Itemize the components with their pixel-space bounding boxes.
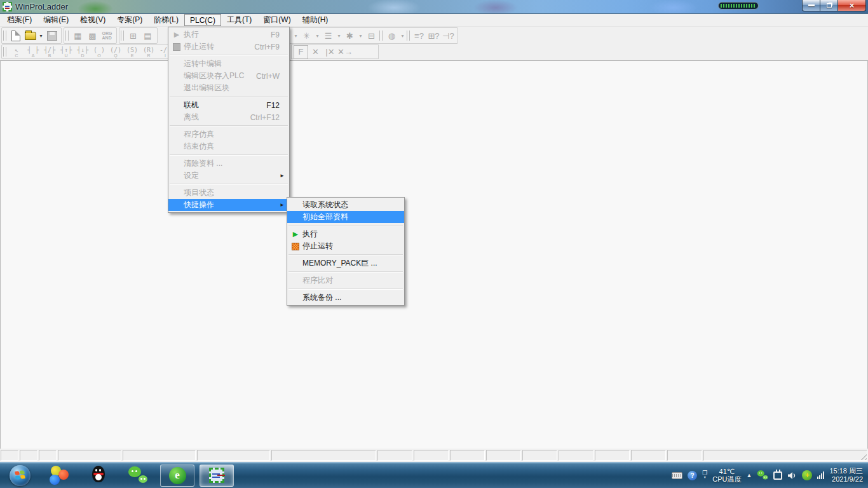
menu-item-run[interactable]: ▶ 执行 F9 bbox=[168, 29, 289, 41]
taskbar-item-qq[interactable] bbox=[79, 463, 118, 488]
menu-item-offline[interactable]: 离线Ctrl+F12 bbox=[168, 111, 289, 123]
force-coil-dropdown-icon[interactable]: ▾ bbox=[314, 33, 321, 39]
submenu-item-read-system-status[interactable]: 读取系统状态 bbox=[287, 199, 404, 211]
360-safety-tray-icon[interactable] bbox=[802, 470, 812, 480]
contact-up-icon[interactable]: ┤↑├U bbox=[58, 45, 74, 59]
save-icon[interactable] bbox=[44, 29, 59, 43]
force-coil-icon[interactable]: ✳ bbox=[299, 29, 314, 43]
menu-project[interactable]: 专案(P) bbox=[111, 14, 148, 26]
submenu-item-init-all-data[interactable]: 初始全部资料 bbox=[287, 211, 404, 223]
menu-item-simulation-end[interactable]: 结束仿真 bbox=[168, 140, 289, 152]
start-button[interactable] bbox=[0, 463, 39, 488]
open-file-icon[interactable] bbox=[23, 29, 37, 43]
wechat-icon bbox=[128, 466, 147, 484]
menu-item-runtime-edit[interactable]: 运转中编辑 bbox=[168, 58, 289, 70]
menu-item-exit-edit-block[interactable]: 退出编辑区块 bbox=[168, 82, 289, 94]
toolbar-grip[interactable] bbox=[3, 47, 6, 57]
menu-separator bbox=[170, 96, 288, 97]
network-signal-icon[interactable] bbox=[817, 471, 824, 479]
contact-down-icon[interactable]: ┤↓├D bbox=[74, 45, 91, 59]
query-network-icon[interactable]: ⊞? bbox=[426, 29, 441, 43]
open-dropdown-icon[interactable]: ▾ bbox=[37, 33, 44, 39]
force-register-dropdown-icon[interactable]: ▾ bbox=[357, 33, 364, 39]
submenu-item-program-compare[interactable]: 程序比对 bbox=[287, 274, 404, 287]
statusbar-segment bbox=[39, 450, 57, 461]
stop-icon bbox=[288, 243, 302, 250]
coil-set-icon[interactable]: (S)E bbox=[124, 45, 140, 59]
device-monitor-dropdown-icon[interactable]: ▾ bbox=[292, 33, 299, 39]
taskbar-clock[interactable]: 15:18 周三 2021/9/22 bbox=[829, 467, 863, 484]
submenu-item-memory-pack[interactable]: MEMORY_PACK巨 ... bbox=[287, 257, 404, 269]
menu-item-simulation-start[interactable]: 程序仿真 bbox=[168, 128, 289, 140]
maximize-button[interactable] bbox=[820, 0, 837, 11]
language-bar-restore-icon[interactable]: ❐▾ bbox=[702, 471, 707, 480]
menu-item-clear-data[interactable]: 清除资料 ... bbox=[168, 158, 289, 170]
org-and-icon[interactable]: ORG AND bbox=[100, 29, 114, 43]
menu-item-setting[interactable]: 设定 ► bbox=[168, 170, 289, 182]
menu-item-online[interactable]: 联机F12 bbox=[168, 99, 289, 111]
io-status-icon[interactable]: ⊞ bbox=[126, 29, 140, 43]
delete-icon[interactable]: ✕ bbox=[308, 45, 323, 59]
function-block-icon[interactable]: F bbox=[294, 45, 308, 59]
taskbar-item-sogou[interactable] bbox=[39, 463, 79, 488]
coil-out-icon[interactable]: ( )O bbox=[91, 45, 107, 59]
toolbar-grip[interactable] bbox=[3, 30, 6, 41]
contact-b-icon[interactable]: ┤/├B bbox=[41, 45, 58, 59]
close-button[interactable]: × bbox=[837, 0, 866, 11]
delete-row-icon[interactable]: |✕ bbox=[323, 45, 337, 59]
calendar-icon[interactable]: ⊟ bbox=[364, 29, 379, 43]
toolbar-divider bbox=[407, 30, 410, 41]
play-icon: ▶ bbox=[170, 30, 184, 39]
power-plug-icon[interactable] bbox=[773, 471, 782, 480]
coil-not-icon[interactable]: (/)Q bbox=[107, 45, 124, 59]
menu-tool[interactable]: 工具(T) bbox=[221, 14, 257, 26]
menu-edit[interactable]: 编辑(E) bbox=[37, 14, 74, 26]
zoom-dropdown-icon[interactable]: ▾ bbox=[399, 33, 406, 39]
statusbar-segment bbox=[197, 450, 270, 461]
minimize-button[interactable] bbox=[802, 0, 820, 11]
menu-file[interactable]: 档案(F) bbox=[1, 14, 37, 26]
data-table-dropdown-icon[interactable]: ▾ bbox=[336, 33, 342, 39]
show-hidden-icons-arrow[interactable]: ▲ bbox=[746, 472, 752, 478]
ladder-tools-group: ↖C ┤ ├A ┤/├B ┤↑├U ┤↓├D ( )O (/)Q (S)E (R… bbox=[1, 44, 193, 59]
toolbar-grip[interactable] bbox=[121, 30, 124, 41]
menu-view[interactable]: 检视(V) bbox=[74, 14, 111, 26]
menu-item-stop[interactable]: 停止运转 Ctrl+F9 bbox=[168, 41, 289, 53]
menu-item-quick-operation[interactable]: 快捷操作 ► bbox=[168, 199, 289, 211]
coil-reset-icon[interactable]: (R)R bbox=[140, 45, 157, 59]
taskbar-item-wechat[interactable] bbox=[118, 463, 158, 488]
data-table-icon[interactable]: ☰ bbox=[321, 29, 336, 43]
force-register-icon[interactable]: ✱ bbox=[342, 29, 357, 43]
submenu-item-system-backup[interactable]: 系统备份 ... bbox=[287, 292, 404, 304]
help-tray-icon[interactable]: ? bbox=[688, 471, 697, 480]
menu-help[interactable]: 辅助(H) bbox=[297, 14, 334, 26]
menubar: 档案(F) 编辑(E) 检视(V) 专案(P) 阶梯(L) PLC(C) 工具(… bbox=[0, 14, 868, 27]
wiring-grid-icon[interactable]: ▩ bbox=[85, 29, 100, 43]
select-cursor-icon[interactable]: ↖C bbox=[8, 45, 25, 59]
memory-chip-icon[interactable]: ▤ bbox=[140, 29, 155, 43]
menu-ladder[interactable]: 阶梯(L) bbox=[148, 14, 184, 26]
toolbar-grip[interactable] bbox=[65, 30, 69, 41]
taskbar-item-winproladder[interactable] bbox=[200, 464, 234, 487]
menu-item-save-block-to-plc[interactable]: 编辑区块存入PLCCtrl+W bbox=[168, 70, 289, 82]
query-status-icon[interactable]: ≡? bbox=[412, 29, 426, 43]
volume-icon[interactable] bbox=[787, 471, 797, 480]
close-icon: × bbox=[850, 1, 855, 10]
resize-grip[interactable] bbox=[858, 452, 867, 460]
menu-window[interactable]: 窗口(W) bbox=[257, 14, 296, 26]
keyboard-layout-icon[interactable] bbox=[672, 472, 682, 479]
menu-plc[interactable]: PLC(C) bbox=[184, 14, 221, 26]
ladder-view-icon[interactable]: ▦ bbox=[71, 29, 85, 43]
zoom-icon[interactable]: ◍ bbox=[384, 29, 399, 43]
submenu-item-stop[interactable]: 停止运转 bbox=[287, 240, 404, 252]
taskbar-item-360-browser[interactable]: e bbox=[160, 464, 194, 487]
delete-jump-icon[interactable]: ✕→ bbox=[337, 45, 353, 59]
query-contact-icon[interactable]: ⊣? bbox=[441, 29, 456, 43]
new-file-icon[interactable] bbox=[8, 29, 23, 43]
menu-item-project-status[interactable]: 项目状态 bbox=[168, 187, 289, 199]
cpu-temperature[interactable]: 41℃ CPU温度 bbox=[712, 468, 741, 483]
contact-a-icon[interactable]: ┤ ├A bbox=[25, 45, 41, 59]
submenu-item-run[interactable]: ▶ 执行 bbox=[287, 228, 404, 240]
wechat-tray-icon[interactable] bbox=[757, 470, 768, 480]
statusbar-segment bbox=[522, 450, 557, 461]
